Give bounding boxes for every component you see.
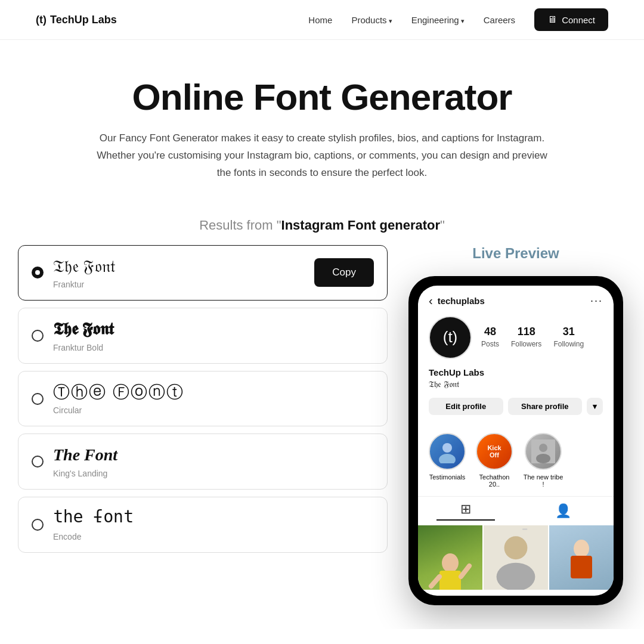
svg-point-4 [536, 454, 550, 463]
font-list: 𝔗𝔥𝔢 𝔉𝔬𝔫𝔱 Franktur Copy 𝕿𝖍𝖊 𝕱𝖔𝖓𝖙 Franktur… [18, 245, 400, 553]
results-heading: Results from "Instagram Font generator" [0, 194, 644, 245]
page-title: Online Font Generator [24, 76, 620, 118]
grid-img-3-svg [558, 534, 605, 581]
font-item-franktur[interactable]: 𝔗𝔥𝔢 𝔉𝔬𝔫𝔱 Franktur Copy [18, 245, 388, 301]
font-name-franktur: Franktur [53, 280, 116, 289]
ig-more-button[interactable]: ··· [590, 295, 603, 307]
svg-rect-12 [522, 528, 528, 530]
profile-dropdown-button[interactable]: ▾ [587, 398, 603, 415]
connect-label: Connect [562, 15, 595, 25]
highlight-label-new-tribe: The new tribe ! [523, 473, 564, 488]
testimonials-thumb [435, 439, 459, 463]
ig-grid-tabs: ⊞ 👤 [418, 496, 614, 525]
font-preview-encode: ʇuoɟ ǝɥʇ [53, 508, 134, 528]
ig-stat-followers: 118 Followers [511, 326, 541, 349]
svg-point-11 [497, 562, 535, 589]
highlight-new-tribe[interactable]: The new tribe ! [523, 433, 564, 488]
logo-brand: TechUp Labs [50, 14, 117, 26]
svg-rect-14 [571, 556, 592, 578]
svg-line-7 [431, 577, 439, 586]
hero-description: Our Fancy Font Generator makes it easy t… [89, 130, 555, 182]
phone-mockup: ‹ techuplabs ··· (t) 48 Post [408, 276, 623, 605]
nav-engineering[interactable]: Engineering [411, 15, 465, 25]
font-name-encode: Encode [53, 532, 134, 541]
font-preview-kings-landing: The Font [53, 445, 117, 465]
followers-label: Followers [511, 340, 541, 348]
preview-panel: Live Preview ‹ techuplabs ··· (t) [400, 245, 626, 605]
svg-line-8 [461, 566, 469, 577]
svg-rect-6 [439, 571, 461, 590]
ig-stats: 48 Posts 118 Followers 31 Following [481, 326, 584, 349]
nav-careers[interactable]: Careers [484, 15, 515, 25]
grid-img-person-svg [426, 548, 474, 590]
radio-franktur[interactable] [32, 267, 44, 278]
edit-profile-button[interactable]: Edit profile [429, 398, 503, 415]
font-item-kings-landing[interactable]: The Font King's Landing [18, 434, 388, 490]
connect-button[interactable]: 🖥 Connect [534, 8, 608, 31]
font-item-encode[interactable]: ʇuoɟ ǝɥʇ Encode [18, 497, 388, 553]
highlight-circle-techathon: KickOff [476, 433, 513, 470]
svg-point-3 [539, 444, 547, 452]
highlight-techathon[interactable]: KickOff Techathon 20.. [474, 433, 515, 488]
font-name-franktur-bold: Franktur Bold [53, 343, 114, 352]
grid-item-1[interactable] [418, 525, 482, 590]
new-tribe-thumb [531, 439, 555, 463]
ig-stat-following: 31 Following [553, 326, 584, 349]
highlight-label-techathon: Techathon 20.. [474, 473, 515, 488]
connect-icon: 🖥 [547, 14, 557, 25]
svg-point-10 [504, 536, 528, 559]
hero-section: Online Font Generator Our Fancy Font Gen… [0, 40, 644, 194]
svg-point-0 [442, 443, 452, 453]
grid-tab-posts[interactable]: ⊞ [436, 501, 495, 521]
nav-links: Home Products Engineering Careers 🖥 Conn… [308, 8, 608, 31]
results-prefix: Results from [199, 218, 277, 233]
main-content: 𝔗𝔥𝔢 𝔉𝔬𝔫𝔱 Franktur Copy 𝕿𝖍𝖊 𝕱𝖔𝖓𝖙 Franktur… [0, 245, 644, 629]
font-name-circular: Circular [53, 405, 184, 415]
results-query: Instagram Font generator [281, 218, 440, 233]
ig-highlights: Testimonials KickOff Techathon 20.. [418, 433, 614, 496]
highlight-testimonials[interactable]: Testimonials [429, 433, 466, 488]
ig-stat-posts: 48 Posts [481, 326, 499, 349]
ig-display-name: TechUp Labs [429, 367, 603, 377]
grid-item-3[interactable] [549, 525, 614, 590]
followers-count: 118 [511, 326, 541, 338]
svg-point-13 [574, 540, 589, 558]
grid-img-2-svg [484, 525, 548, 590]
nav-products[interactable]: Products [351, 15, 392, 25]
highlight-circle-testimonials [429, 433, 466, 470]
font-preview-franktur: 𝔗𝔥𝔢 𝔉𝔬𝔫𝔱 [53, 256, 116, 277]
logo[interactable]: (t) TechUp Labs [36, 14, 117, 26]
navbar: (t) TechUp Labs Home Products Engineerin… [0, 0, 644, 40]
highlight-circle-new-tribe [525, 433, 562, 470]
share-profile-button[interactable]: Share profile [508, 398, 583, 415]
preview-title: Live Preview [472, 245, 559, 262]
ig-back-button[interactable]: ‹ [429, 294, 433, 308]
phone-screen: ‹ techuplabs ··· (t) 48 Post [418, 286, 614, 596]
font-item-franktur-bold[interactable]: 𝕿𝖍𝖊 𝕱𝖔𝖓𝖙 Franktur Bold [18, 308, 388, 364]
svg-point-1 [439, 454, 456, 463]
radio-circular[interactable] [32, 393, 44, 405]
posts-label: Posts [481, 340, 499, 348]
avatar-text: (t) [443, 328, 458, 346]
svg-point-5 [442, 553, 459, 572]
copy-button-franktur[interactable]: Copy [314, 258, 374, 287]
radio-encode[interactable] [32, 519, 44, 531]
ig-actions: Edit profile Share profile ▾ [429, 398, 603, 415]
posts-count: 48 [481, 326, 499, 338]
ig-bio: 𝔗𝔥𝔢 𝔉𝔬𝔫𝔱 [429, 380, 603, 389]
font-preview-franktur-bold: 𝕿𝖍𝖊 𝕱𝖔𝖓𝖙 [53, 319, 114, 339]
radio-kings-landing[interactable] [32, 456, 44, 467]
font-item-circular[interactable]: Ⓣⓗⓔ Ⓕⓞⓝⓣ Circular [18, 371, 388, 427]
logo-bracket: (t) [36, 14, 47, 26]
avatar: (t) [429, 316, 472, 359]
ig-profile: (t) 48 Posts 118 Followers [418, 312, 614, 433]
following-count: 31 [553, 326, 584, 338]
ig-grid [418, 525, 614, 590]
ig-header: ‹ techuplabs ··· [418, 286, 614, 312]
grid-tab-tagged[interactable]: 👤 [531, 503, 595, 519]
nav-home[interactable]: Home [308, 15, 332, 25]
following-label: Following [553, 340, 584, 348]
font-name-kings-landing: King's Landing [53, 469, 117, 478]
radio-franktur-bold[interactable] [32, 330, 44, 342]
grid-item-2[interactable] [484, 525, 548, 590]
